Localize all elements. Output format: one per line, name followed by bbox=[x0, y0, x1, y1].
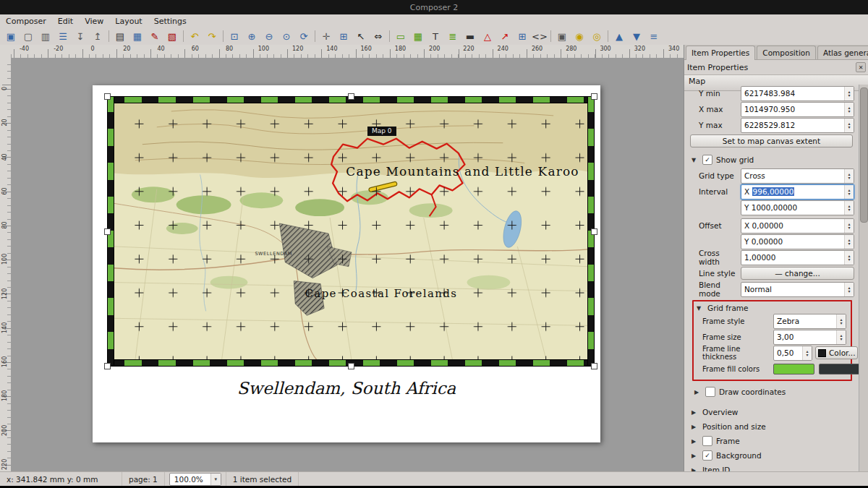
selection-handle-s[interactable] bbox=[348, 363, 354, 369]
menu-edit[interactable]: Edit bbox=[52, 16, 79, 27]
selection-handle-n[interactable] bbox=[348, 93, 354, 100]
add-arrow-icon[interactable]: ↗ bbox=[497, 29, 513, 44]
expand-arrow-icon[interactable]: ▶ bbox=[692, 453, 699, 459]
tab-item-properties[interactable]: Item Properties bbox=[686, 46, 755, 60]
collapse-arrow-icon[interactable]: ▼ bbox=[697, 305, 704, 312]
frame-fill-color2-swatch[interactable] bbox=[819, 364, 859, 374]
zoom-in-icon[interactable]: ⊕ bbox=[244, 29, 260, 44]
add-table-icon[interactable]: ⊞ bbox=[514, 29, 530, 44]
export-pdf-icon[interactable]: ▧ bbox=[164, 29, 180, 44]
expand-arrow-icon[interactable]: ▶ bbox=[692, 409, 699, 416]
selection-handle-w[interactable] bbox=[104, 228, 111, 235]
combo-arrows-icon[interactable]: ▴▾ bbox=[836, 314, 846, 328]
set-map-canvas-extent-button[interactable]: Set to map canvas extent bbox=[690, 134, 853, 147]
refresh-view-icon[interactable]: ⟳ bbox=[296, 29, 312, 44]
xmax-field[interactable]: 1014970.950 ▴▾ bbox=[741, 102, 854, 117]
move-item-content-icon[interactable]: ⇔ bbox=[370, 29, 386, 44]
menu-layout[interactable]: Layout bbox=[109, 16, 148, 27]
menu-view[interactable]: View bbox=[79, 16, 109, 27]
add-label-icon[interactable]: T bbox=[427, 29, 443, 44]
composition-canvas[interactable]: Cape Mountains and Little Karoo Cape Coa… bbox=[11, 58, 684, 472]
scrollbar-thumb[interactable] bbox=[860, 87, 868, 223]
menu-settings[interactable]: Settings bbox=[148, 16, 192, 27]
zoom-actual-icon[interactable]: ⊙ bbox=[278, 29, 294, 44]
selection-handle-nw[interactable] bbox=[104, 93, 111, 100]
print-icon[interactable]: ▤ bbox=[112, 29, 128, 44]
selection-handle-se[interactable] bbox=[591, 363, 597, 369]
zoom-level-combo[interactable]: 100.0% ▾ bbox=[169, 473, 221, 486]
spinner-arrows-icon[interactable]: ▴▾ bbox=[844, 251, 854, 265]
selection-handle-ne[interactable] bbox=[591, 93, 597, 100]
panel-scrollbar[interactable] bbox=[859, 85, 868, 472]
frame-color-button[interactable]: Color... bbox=[815, 346, 858, 359]
align-items-icon[interactable]: ≡ bbox=[646, 29, 662, 44]
collapse-arrow-icon[interactable]: ▼ bbox=[692, 157, 699, 163]
add-scalebar-icon[interactable]: ▬ bbox=[462, 29, 478, 44]
combo-arrows-icon[interactable]: ▴▾ bbox=[844, 169, 854, 183]
unlock-items-icon[interactable]: ◎ bbox=[589, 29, 605, 44]
expand-arrow-icon[interactable]: ▶ bbox=[692, 424, 699, 430]
frame-line-thickness-field[interactable]: 0,50 ▴▾ bbox=[773, 346, 812, 361]
chevron-down-icon[interactable]: ▾ bbox=[210, 474, 221, 485]
redo-icon[interactable]: ↷ bbox=[204, 29, 220, 44]
add-shape-icon[interactable]: △ bbox=[480, 29, 495, 44]
add-map-icon[interactable]: ▭ bbox=[393, 29, 409, 44]
expand-arrow-icon[interactable]: ▶ bbox=[694, 389, 702, 395]
zoom-rect-icon[interactable]: ⊞ bbox=[336, 29, 352, 44]
menu-composer[interactable]: Composer bbox=[0, 16, 52, 27]
combo-arrows-icon[interactable]: ▴▾ bbox=[844, 283, 854, 296]
save-project-icon[interactable]: ▣ bbox=[3, 29, 19, 44]
show-grid-checkbox[interactable]: ✓ bbox=[702, 155, 712, 165]
tab-atlas-generation[interactable]: Atlas generation bbox=[817, 46, 868, 59]
spinner-arrows-icon[interactable]: ▴▾ bbox=[836, 330, 846, 344]
pan-icon[interactable]: ✛ bbox=[318, 29, 334, 44]
duplicate-composer-icon[interactable]: ▥ bbox=[38, 29, 54, 44]
line-style-change-button[interactable]: — change... bbox=[741, 267, 854, 280]
spinner-arrows-icon[interactable]: ▴▾ bbox=[844, 235, 854, 249]
lock-items-icon[interactable]: ◉ bbox=[571, 29, 587, 44]
draw-coordinates-checkbox[interactable] bbox=[705, 387, 715, 397]
composer-manager-icon[interactable]: ☰ bbox=[55, 29, 71, 44]
undo-icon[interactable]: ↶ bbox=[187, 29, 203, 44]
export-image-icon[interactable]: ▦ bbox=[129, 29, 145, 44]
select-move-item-icon[interactable]: ↖ bbox=[353, 29, 369, 44]
spinner-arrows-icon[interactable]: ▴▾ bbox=[844, 219, 854, 233]
spinner-arrows-icon[interactable]: ▴▾ bbox=[844, 87, 854, 100]
frame-size-field[interactable]: 3,00 ▴▾ bbox=[773, 330, 846, 345]
export-svg-icon[interactable]: ✎ bbox=[147, 29, 163, 44]
spinner-arrows-icon[interactable]: ▴▾ bbox=[844, 185, 854, 199]
cross-width-field[interactable]: 1,00000 ▴▾ bbox=[741, 250, 854, 265]
frame-checkbox[interactable] bbox=[702, 436, 712, 446]
grid-type-combo[interactable]: Cross ▴▾ bbox=[741, 168, 854, 184]
offset-y-field[interactable]: Y 0,00000 ▴▾ bbox=[741, 234, 854, 249]
offset-x-field[interactable]: X 0,00000 ▴▾ bbox=[741, 218, 854, 234]
zoom-out-icon[interactable]: ⊖ bbox=[261, 29, 277, 44]
composition-title-label[interactable]: Swellendam, South Africa bbox=[93, 379, 600, 398]
add-image-icon[interactable]: ▦ bbox=[410, 29, 426, 44]
close-panel-icon[interactable]: ✕ bbox=[856, 62, 866, 72]
background-checkbox[interactable]: ✓ bbox=[702, 450, 712, 461]
selection-handle-sw[interactable] bbox=[104, 363, 111, 369]
selection-handle-e[interactable] bbox=[591, 228, 597, 235]
new-composer-icon[interactable]: ▢ bbox=[20, 29, 36, 44]
blend-mode-combo[interactable]: Normal ▴▾ bbox=[741, 282, 854, 297]
add-legend-icon[interactable]: ≣ bbox=[445, 29, 461, 44]
spinner-arrows-icon[interactable]: ▴▾ bbox=[844, 201, 854, 215]
raise-items-icon[interactable]: ▲ bbox=[611, 29, 627, 44]
spinner-arrows-icon[interactable]: ▴▾ bbox=[844, 103, 854, 116]
map-item[interactable]: Cape Mountains and Little Karoo Cape Coa… bbox=[107, 96, 595, 367]
ymin-field[interactable]: 6217483.984 ▴▾ bbox=[741, 86, 854, 101]
spinner-arrows-icon[interactable]: ▴▾ bbox=[802, 346, 812, 360]
expand-arrow-icon[interactable]: ▶ bbox=[692, 438, 699, 445]
ymax-field[interactable]: 6228529.812 ▴▾ bbox=[741, 118, 854, 133]
add-html-icon[interactable]: <> bbox=[532, 29, 548, 44]
save-template-icon[interactable]: ↥ bbox=[90, 29, 106, 44]
group-items-icon[interactable]: ▣ bbox=[554, 29, 570, 44]
interval-y-field[interactable]: Y 1000,00000 ▴▾ bbox=[741, 200, 854, 215]
lower-items-icon[interactable]: ▼ bbox=[629, 29, 644, 44]
spinner-arrows-icon[interactable]: ▴▾ bbox=[844, 119, 854, 132]
zoom-full-icon[interactable]: ⊡ bbox=[226, 29, 242, 44]
load-template-icon[interactable]: ↧ bbox=[72, 29, 88, 44]
frame-fill-color1-swatch[interactable] bbox=[773, 364, 814, 374]
interval-x-field[interactable]: X 996,00000 ▴▾ bbox=[741, 184, 854, 200]
